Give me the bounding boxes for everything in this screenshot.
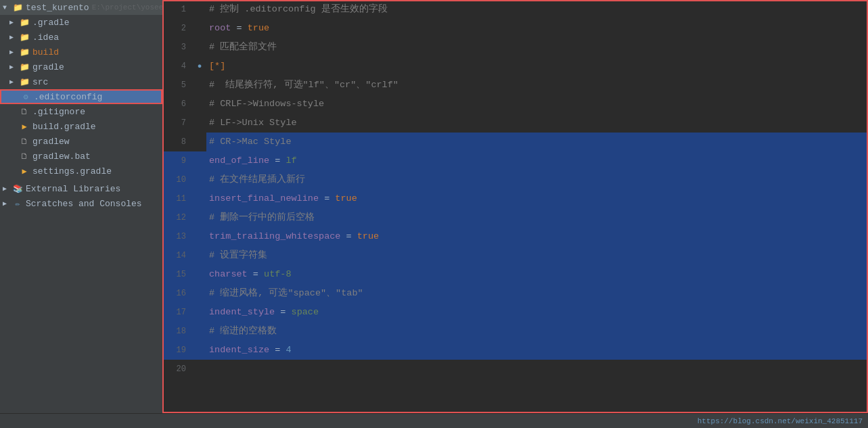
sidebar-item-gitignore[interactable]: 🗋 .gitignore: [0, 104, 162, 119]
code-line-5: 5 # 结尾换行符, 可选"lf"、"cr"、"crlf": [162, 76, 868, 95]
sidebar-item-editorconfig[interactable]: ⚙ .editorconfig: [0, 89, 162, 104]
line-content-14: # 设置字符集: [206, 246, 868, 265]
line-num-12: 12: [162, 208, 193, 227]
line-content-1: # 控制 .editorconfig 是否生效的字段: [206, 0, 868, 19]
code-line-6: 6 # CRLF->Windows-style: [162, 95, 868, 114]
gradlew-bat-label: gradlew.bat: [32, 151, 160, 162]
line-num-2: 2: [162, 19, 193, 38]
line-content-7: # LF->Unix Style: [206, 114, 868, 133]
code-line-9: 9 end_of_line = lf: [162, 151, 868, 170]
sidebar-item-gradle[interactable]: ▶ 📁 .gradle: [0, 15, 162, 30]
line-num-13: 13: [162, 227, 193, 246]
idea-folder-icon: 📁: [19, 32, 30, 43]
code-line-2: 2 root = true: [162, 19, 868, 38]
sidebar-item-gradlew[interactable]: 🗋 gradlew: [0, 134, 162, 149]
scratches-label: Scratches and Consoles: [26, 199, 160, 209]
code-editor[interactable]: 1 # 控制 .editorconfig 是否生效的字段 2 root = tr…: [162, 0, 868, 413]
code-line-15: 15 charset = utf-8: [162, 265, 868, 284]
tree-arrow-root: ▼: [3, 4, 12, 11]
src-folder-icon: 📁: [19, 76, 30, 87]
line-num-7: 7: [162, 114, 193, 133]
gradlew-icon: 🗋: [19, 136, 30, 147]
project-path: E:\project\yoseenr\test_kurento: [92, 3, 162, 11]
build-label: build: [32, 47, 160, 57]
sidebar: ▼ 📁 test_kurento E:\project\yoseenr\test…: [0, 0, 162, 413]
sidebar-item-build[interactable]: ▶ 📁 build: [0, 45, 162, 60]
project-name: test_kurento: [26, 3, 89, 13]
build-gradle-icon: ▶: [19, 121, 30, 132]
gear-icon: ⚙: [20, 91, 31, 102]
code-line-4: 4 ● [*]: [162, 57, 868, 76]
line-content-19: indent_size = 4: [206, 341, 868, 360]
line-content-15: charset = utf-8: [206, 265, 868, 284]
folder-icon: 📁: [12, 2, 23, 13]
gitignore-icon: 🗋: [19, 106, 30, 117]
gutter-4: ●: [193, 57, 206, 76]
code-line-17: 17 indent_style = space: [162, 303, 868, 322]
sidebar-item-idea[interactable]: ▶ 📁 .idea: [0, 30, 162, 45]
gradle-label: .gradle: [32, 18, 160, 28]
build-folder-icon: 📁: [19, 47, 30, 57]
sidebar-item-gradle-sub[interactable]: ▶ 📁 gradle: [0, 60, 162, 74]
code-line-13: 13 trim_trailing_whitespace = true: [162, 227, 868, 246]
editorconfig-label: .editorconfig: [34, 92, 158, 102]
line-content-6: # CRLF->Windows-style: [206, 95, 868, 114]
line-num-16: 16: [162, 284, 193, 303]
gradlew-bat-icon: 🗋: [19, 151, 30, 162]
code-line-11: 11 insert_final_newline = true: [162, 189, 868, 208]
code-line-14: 14 # 设置字符集: [162, 246, 868, 265]
sidebar-item-external-libraries[interactable]: ▶ 📚 External Libraries: [0, 181, 162, 196]
arrow-external-libraries: ▶: [3, 185, 12, 193]
line-num-19: 19: [162, 341, 193, 360]
code-line-10: 10 # 在文件结尾插入新行: [162, 170, 868, 189]
code-line-1: 1 # 控制 .editorconfig 是否生效的字段: [162, 0, 868, 19]
status-link[interactable]: https://blog.csdn.net/weixin_42851117: [698, 417, 863, 425]
code-line-7: 7 # LF->Unix Style: [162, 114, 868, 133]
line-num-15: 15: [162, 265, 193, 284]
code-line-8: 8 # CR->Mac Style: [162, 133, 868, 151]
gitignore-label: .gitignore: [32, 107, 160, 117]
line-num-8: 8: [162, 133, 193, 151]
line-num-5: 5: [162, 76, 193, 95]
sidebar-item-build-gradle[interactable]: ▶ build.gradle: [0, 119, 162, 134]
line-content-17: indent_style = space: [206, 303, 868, 322]
code-lines: 1 # 控制 .editorconfig 是否生效的字段 2 root = tr…: [162, 0, 868, 413]
scratches-icon: ✏: [12, 198, 23, 209]
sidebar-item-gradlew-bat[interactable]: 🗋 gradlew.bat: [0, 149, 162, 164]
line-content-18: # 缩进的空格数: [206, 322, 868, 341]
arrow-src: ▶: [9, 78, 19, 86]
gradle-folder-icon: 📁: [19, 17, 30, 28]
arrow-scratches: ▶: [3, 199, 12, 208]
line-num-9: 9: [162, 151, 193, 170]
line-content-16: # 缩进风格, 可选"space"、"tab": [206, 284, 868, 303]
code-line-16: 16 # 缩进风格, 可选"space"、"tab": [162, 284, 868, 303]
gradlew-label: gradlew: [32, 137, 160, 147]
gradle-sub-folder-icon: 📁: [19, 62, 30, 72]
editor-area: 1 # 控制 .editorconfig 是否生效的字段 2 root = tr…: [162, 0, 868, 413]
build-gradle-label: build.gradle: [32, 122, 160, 132]
project-root[interactable]: ▼ 📁 test_kurento E:\project\yoseenr\test…: [0, 0, 162, 15]
line-content-12: # 删除一行中的前后空格: [206, 208, 868, 227]
arrow-gradle-sub: ▶: [9, 63, 19, 71]
main-container: ▼ 📁 test_kurento E:\project\yoseenr\test…: [0, 0, 868, 413]
line-num-6: 6: [162, 95, 193, 114]
line-num-17: 17: [162, 303, 193, 322]
line-num-3: 3: [162, 38, 193, 57]
line-content-9: end_of_line = lf: [206, 151, 868, 170]
code-line-18: 18 # 缩进的空格数: [162, 322, 868, 341]
code-line-12: 12 # 删除一行中的前后空格: [162, 208, 868, 227]
settings-gradle-icon: ▶: [19, 166, 30, 176]
status-bar: https://blog.csdn.net/weixin_42851117: [0, 413, 868, 428]
line-num-20: 20: [162, 360, 193, 379]
sidebar-item-settings-gradle[interactable]: ▶ settings.gradle: [0, 164, 162, 179]
sidebar-item-src[interactable]: ▶ 📁 src: [0, 74, 162, 89]
line-content-13: trim_trailing_whitespace = true: [206, 227, 868, 246]
line-num-18: 18: [162, 322, 193, 341]
line-num-10: 10: [162, 170, 193, 189]
code-line-20: 20: [162, 360, 868, 379]
arrow-gradle: ▶: [9, 18, 19, 26]
sidebar-item-scratches[interactable]: ▶ ✏ Scratches and Consoles: [0, 196, 162, 211]
line-content-8: # CR->Mac Style: [206, 133, 868, 151]
line-num-11: 11: [162, 189, 193, 208]
code-line-19: 19 indent_size = 4: [162, 341, 868, 360]
